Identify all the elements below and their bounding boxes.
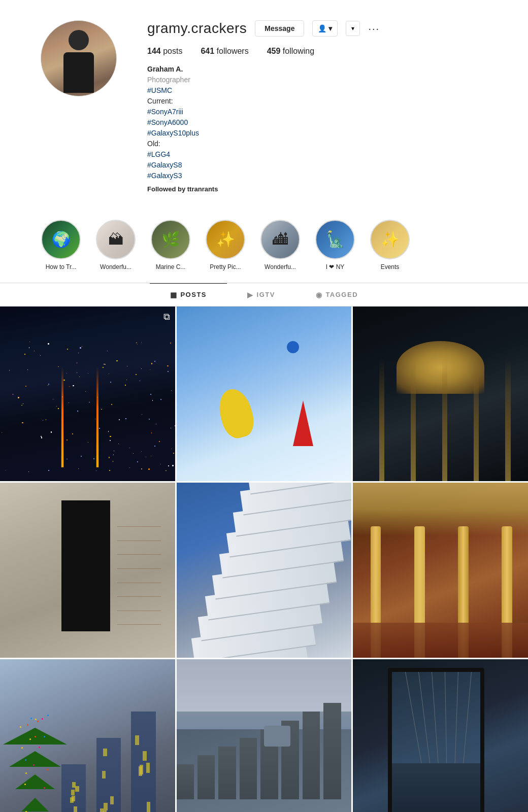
bio-hashtag-usmc[interactable]: #USMC	[147, 85, 498, 96]
highlight-label-4: Wonderfu...	[265, 263, 296, 270]
photo-cell-4[interactable]	[0, 483, 175, 658]
photo-cell-1[interactable]: ⧉	[0, 307, 175, 482]
highlight-item-4[interactable]: 🏙Wonderfu...	[260, 220, 301, 270]
highlight-label-2: Marine C...	[156, 263, 186, 270]
bio-hashtag-sony-a6[interactable]: #SonyA6000	[147, 117, 498, 128]
tabs-section: ▦POSTS▶IGTV◉TAGGED	[0, 283, 528, 307]
tab-posts[interactable]: ▦POSTS	[150, 283, 227, 306]
followers-count: 641	[201, 47, 214, 55]
stats-row: 144 posts 641 followers 459 following	[147, 47, 498, 56]
highlight-item-0[interactable]: 🌍How to Tr...	[41, 220, 81, 270]
following-count: 459	[267, 47, 281, 55]
avatar	[41, 20, 117, 96]
bio-hashtag-galaxy-s8[interactable]: #GalaxyS8	[147, 160, 498, 171]
highlights-section: 🌍How to Tr...🏔Wonderfu...🌿Marine C...✨Pr…	[0, 210, 528, 283]
bio-hashtag-sony-a7[interactable]: #SonyA7riii	[147, 107, 498, 117]
bio-hashtag-galaxy-s3[interactable]: #GalaxyS3	[147, 171, 498, 181]
follow-dropdown-button[interactable]: 👤 ▾	[312, 20, 338, 37]
dropdown-chevron-button[interactable]: ▾	[346, 21, 360, 36]
highlight-circle-1: 🏔	[96, 220, 136, 259]
highlight-circle-4: 🏙	[260, 220, 300, 259]
tab-label-1: IGTV	[257, 291, 275, 298]
tab-label-0: POSTS	[180, 291, 207, 298]
highlight-item-5[interactable]: 🗽I ❤ NY	[315, 220, 355, 270]
photo-cell-8[interactable]	[177, 659, 352, 812]
tab-icon-0: ▦	[170, 291, 178, 299]
profile-header-row: gramy.crackers Message 👤 ▾ ▾ ···	[147, 20, 498, 37]
bio-name: Graham A.	[147, 64, 498, 75]
bio-followed-by: Followed by ttranrants	[147, 184, 498, 194]
photo-cell-7[interactable]	[0, 659, 175, 812]
message-button[interactable]: Message	[255, 20, 304, 37]
photo-grid: ⧉	[0, 307, 528, 813]
followers-label: followers	[217, 47, 249, 55]
highlight-circle-2: 🌿	[151, 220, 190, 259]
highlight-circle-0: 🌍	[41, 220, 81, 259]
followers-stat[interactable]: 641 followers	[201, 47, 248, 56]
username: gramy.crackers	[147, 20, 247, 37]
photo-cell-6[interactable]	[353, 483, 528, 658]
bio-occupation: Photographer	[147, 75, 498, 85]
photo-cell-5[interactable]	[177, 483, 352, 658]
highlight-label-5: I ❤ NY	[326, 263, 345, 270]
following-stat[interactable]: 459 following	[267, 47, 314, 56]
chevron-icon: ▾	[328, 24, 332, 32]
following-label: following	[283, 47, 314, 55]
posts-count: 144	[147, 47, 161, 55]
highlight-circle-3: ✨	[206, 220, 245, 259]
avatar-figure	[41, 21, 116, 96]
highlight-label-3: Pretty Pic...	[210, 263, 241, 270]
highlight-label-1: Wonderfu...	[100, 263, 131, 270]
bio-hashtag-galaxy-s10[interactable]: #GalaxyS10plus	[147, 128, 498, 139]
posts-stat[interactable]: 144 posts	[147, 47, 182, 56]
photo-cell-3[interactable]	[353, 307, 528, 482]
photo-cell-9[interactable]	[353, 659, 528, 812]
highlight-item-2[interactable]: 🌿Marine C...	[150, 220, 191, 270]
tab-icon-1: ▶	[247, 291, 254, 299]
tab-igtv[interactable]: ▶IGTV	[227, 283, 295, 306]
avatar-container	[41, 20, 117, 96]
more-options-button[interactable]: ···	[368, 23, 380, 35]
bio-section: Graham A. Photographer #USMC Current: #S…	[147, 64, 498, 194]
tab-icon-2: ◉	[316, 291, 323, 299]
highlight-circle-5: 🗽	[315, 220, 355, 259]
bio-hashtag-lgg4[interactable]: #LGG4	[147, 149, 498, 160]
profile-section: gramy.crackers Message 👤 ▾ ▾ ··· 144 pos…	[0, 0, 528, 210]
follow-icon: 👤	[318, 24, 326, 32]
highlight-label-6: Events	[381, 263, 400, 270]
tab-label-2: TAGGED	[325, 291, 358, 298]
highlight-circle-6: ✨	[370, 220, 410, 259]
tab-tagged[interactable]: ◉TAGGED	[295, 283, 378, 306]
highlight-label-0: How to Tr...	[46, 263, 77, 270]
bio-old-label: Old:	[147, 139, 498, 149]
highlight-item-1[interactable]: 🏔Wonderfu...	[95, 220, 136, 270]
followed-by-text: Followed by	[147, 185, 185, 193]
posts-label: posts	[163, 47, 182, 55]
bio-current-label: Current:	[147, 96, 498, 107]
photo-cell-2[interactable]	[177, 307, 352, 482]
highlight-item-6[interactable]: ✨Events	[370, 220, 410, 270]
followed-by-user[interactable]: ttranrants	[187, 185, 218, 193]
highlight-item-3[interactable]: ✨Pretty Pic...	[205, 220, 246, 270]
profile-info: gramy.crackers Message 👤 ▾ ▾ ··· 144 pos…	[147, 20, 498, 194]
